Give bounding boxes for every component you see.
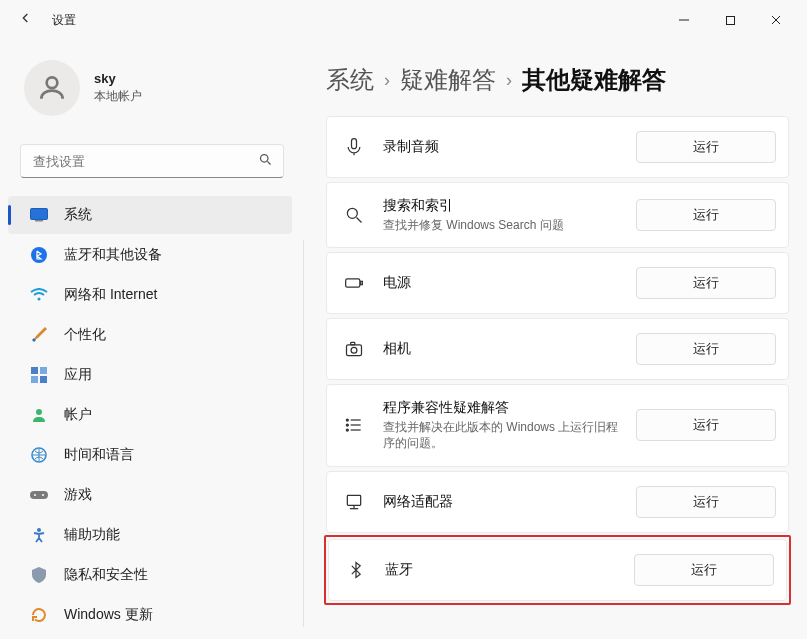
settings-window: 设置 sky 本地帐户 (0, 0, 807, 639)
battery-icon (341, 270, 367, 296)
gamepad-icon (30, 486, 48, 504)
run-button[interactable]: 运行 (634, 554, 774, 586)
divider (303, 240, 304, 627)
sidebar-item-label: 时间和语言 (64, 446, 134, 464)
list-icon (341, 412, 367, 438)
network-adapter-icon (341, 489, 367, 515)
troubleshooter-title: 蓝牙 (385, 561, 618, 579)
sidebar-item-personalization[interactable]: 个性化 (8, 316, 292, 354)
svg-point-13 (36, 409, 42, 415)
svg-point-16 (34, 494, 36, 496)
sidebar-item-network[interactable]: 网络和 Internet (8, 276, 292, 314)
sidebar-item-label: 辅助功能 (64, 526, 120, 544)
bluetooth-icon (30, 246, 48, 264)
run-button[interactable]: 运行 (636, 409, 776, 441)
troubleshooter-title: 录制音频 (383, 138, 620, 156)
search-input[interactable] (33, 154, 258, 169)
page-title: 其他疑难解答 (522, 64, 666, 96)
troubleshooter-title: 搜索和索引 (383, 197, 620, 215)
svg-rect-26 (351, 343, 355, 346)
svg-point-20 (347, 208, 357, 218)
troubleshooter-title: 网络适配器 (383, 493, 620, 511)
sidebar-item-privacy[interactable]: 隐私和安全性 (8, 556, 292, 594)
update-icon (30, 606, 48, 624)
close-button[interactable] (753, 4, 799, 36)
sidebar-item-windows-update[interactable]: Windows 更新 (8, 596, 292, 634)
svg-rect-22 (346, 279, 360, 287)
run-button[interactable]: 运行 (636, 486, 776, 518)
sidebar-item-label: Windows 更新 (64, 606, 153, 624)
brush-icon (30, 326, 48, 344)
troubleshooter-subtitle: 查找并修复 Windows Search 问题 (383, 217, 620, 233)
sidebar-item-accessibility[interactable]: 辅助功能 (8, 516, 292, 554)
chevron-right-icon: › (506, 70, 512, 91)
svg-rect-33 (347, 495, 360, 505)
sidebar-item-system[interactable]: 系统 (8, 196, 292, 234)
svg-point-2 (47, 77, 58, 88)
svg-point-17 (42, 494, 44, 496)
sidebar-item-label: 应用 (64, 366, 92, 384)
sidebar-item-label: 网络和 Internet (64, 286, 157, 304)
wifi-icon (30, 286, 48, 304)
troubleshooter-power: 电源 运行 (326, 252, 789, 314)
maximize-button[interactable] (707, 4, 753, 36)
run-button[interactable]: 运行 (636, 131, 776, 163)
run-button[interactable]: 运行 (636, 333, 776, 365)
troubleshooter-recording-audio: 录制音频 运行 (326, 116, 789, 178)
svg-rect-11 (31, 376, 38, 383)
highlight-annotation: 蓝牙 运行 (324, 535, 791, 605)
sidebar-item-bluetooth[interactable]: 蓝牙和其他设备 (8, 236, 292, 274)
chevron-right-icon: › (384, 70, 390, 91)
profile-name: sky (94, 71, 142, 86)
run-button[interactable]: 运行 (636, 199, 776, 231)
svg-point-8 (38, 298, 41, 301)
breadcrumb: 系统 › 疑难解答 › 其他疑难解答 (326, 64, 789, 96)
breadcrumb-system[interactable]: 系统 (326, 64, 374, 96)
svg-rect-23 (361, 282, 363, 285)
svg-point-3 (261, 155, 269, 163)
profile-subtitle: 本地帐户 (94, 88, 142, 105)
sidebar-item-accounts[interactable]: 帐户 (8, 396, 292, 434)
search-box[interactable] (20, 144, 284, 178)
troubleshooter-bluetooth: 蓝牙 运行 (328, 539, 787, 601)
troubleshooter-title: 程序兼容性疑难解答 (383, 399, 620, 417)
shield-icon (30, 566, 48, 584)
troubleshooter-program-compatibility: 程序兼容性疑难解答 查找并解决在此版本的 Windows 上运行旧程序的问题。 … (326, 384, 789, 466)
sidebar-item-apps[interactable]: 应用 (8, 356, 292, 394)
sidebar-item-label: 个性化 (64, 326, 106, 344)
sidebar: sky 本地帐户 系统 蓝牙和其他设备 (0, 40, 304, 639)
troubleshooter-list: 录制音频 运行 搜索和索引 查找并修复 Windows Search 问题 运行 (326, 116, 789, 603)
back-button[interactable] (18, 10, 34, 30)
minimize-button[interactable] (661, 4, 707, 36)
user-profile[interactable]: sky 本地帐户 (0, 54, 304, 136)
troubleshooter-title: 电源 (383, 274, 620, 292)
sidebar-item-label: 帐户 (64, 406, 92, 424)
window-title: 设置 (52, 12, 76, 29)
svg-rect-6 (35, 220, 43, 222)
titlebar: 设置 (0, 0, 807, 40)
apps-icon (30, 366, 48, 384)
sidebar-item-label: 隐私和安全性 (64, 566, 148, 584)
svg-rect-12 (40, 376, 47, 383)
camera-icon (341, 336, 367, 362)
main-content: 系统 › 疑难解答 › 其他疑难解答 录制音频 运行 (304, 40, 807, 639)
breadcrumb-troubleshoot[interactable]: 疑难解答 (400, 64, 496, 96)
sidebar-item-label: 蓝牙和其他设备 (64, 246, 162, 264)
sidebar-item-gaming[interactable]: 游戏 (8, 476, 292, 514)
troubleshooter-camera: 相机 运行 (326, 318, 789, 380)
microphone-icon (341, 134, 367, 160)
troubleshooter-title: 相机 (383, 340, 620, 358)
run-button[interactable]: 运行 (636, 267, 776, 299)
svg-point-25 (351, 348, 357, 354)
system-icon (30, 206, 48, 224)
avatar (24, 60, 80, 116)
person-icon (30, 406, 48, 424)
svg-rect-19 (352, 139, 357, 149)
search-icon (258, 152, 273, 170)
svg-line-4 (267, 161, 270, 164)
sidebar-item-label: 系统 (64, 206, 92, 224)
accessibility-icon (30, 526, 48, 544)
svg-line-21 (357, 218, 362, 223)
svg-rect-9 (31, 367, 38, 374)
sidebar-item-time-language[interactable]: 时间和语言 (8, 436, 292, 474)
